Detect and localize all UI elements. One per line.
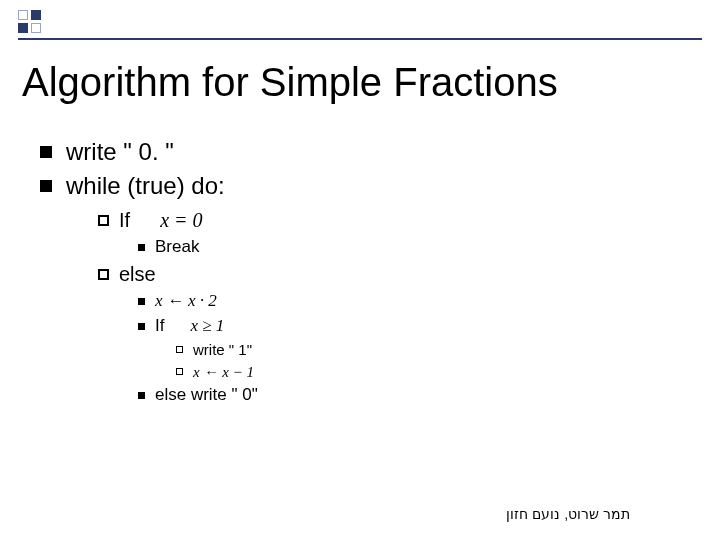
slide-body: write " 0. " while (true) do: If x = 0 B… xyxy=(40,136,690,409)
square-bullet-icon xyxy=(40,180,52,192)
footer-credits: תמר שרוט, נועם חזון xyxy=(506,506,630,522)
hollow-square-bullet-icon xyxy=(98,269,109,280)
slide-title: Algorithm for Simple Fractions xyxy=(22,60,558,105)
bullet-level1: write " 0. " xyxy=(40,136,690,168)
bullet-level1: while (true) do: xyxy=(40,170,690,202)
l2-text: else xyxy=(119,261,156,288)
corner-decoration xyxy=(18,10,41,33)
small-square-bullet-icon xyxy=(138,244,145,251)
hollow-small-square-bullet-icon xyxy=(176,346,183,353)
level2-group: If x = 0 Break else x ← x · 2 xyxy=(98,207,690,407)
hollow-square-bullet-icon xyxy=(98,215,109,226)
l3-text: If xyxy=(155,315,164,338)
bullet-level4: write " 1" xyxy=(176,340,690,360)
small-square-bullet-icon xyxy=(138,392,145,399)
l1-text: write " 0. " xyxy=(66,136,174,168)
l1-text: while (true) do: xyxy=(66,170,225,202)
level3-group: x ← x · 2 If x ≥ 1 write " 1" x ← x − xyxy=(138,290,690,407)
level4-group: write " 1" x ← x − 1 xyxy=(176,340,690,383)
l3-text: else write " 0" xyxy=(155,384,258,407)
deco-row xyxy=(18,10,41,20)
math-expr: x ≥ 1 xyxy=(190,315,224,338)
math-expr: x = 0 xyxy=(160,207,202,234)
small-square-bullet-icon xyxy=(138,323,145,330)
small-square-bullet-icon xyxy=(138,298,145,305)
bullet-level2: else xyxy=(98,261,690,288)
deco-square xyxy=(18,10,28,20)
bullet-level3: Break xyxy=(138,236,690,259)
bullet-level2: If x = 0 xyxy=(98,207,690,234)
slide: Algorithm for Simple Fractions write " 0… xyxy=(0,0,720,540)
deco-square xyxy=(31,23,41,33)
l4-text: write " 1" xyxy=(193,340,252,360)
level3-group: Break xyxy=(138,236,690,259)
l2-text: If xyxy=(119,207,130,234)
bullet-level3: x ← x · 2 xyxy=(138,290,690,313)
hollow-small-square-bullet-icon xyxy=(176,368,183,375)
horizontal-rule xyxy=(18,38,702,40)
math-expr: x ← x · 2 xyxy=(155,290,217,313)
deco-square xyxy=(31,10,41,20)
deco-row xyxy=(18,23,41,33)
l3-text: Break xyxy=(155,236,199,259)
math-expr: x ← x − 1 xyxy=(193,362,254,382)
bullet-level4: x ← x − 1 xyxy=(176,362,690,382)
square-bullet-icon xyxy=(40,146,52,158)
bullet-level3: else write " 0" xyxy=(138,384,690,407)
bullet-level3: If x ≥ 1 xyxy=(138,315,690,338)
deco-square xyxy=(18,23,28,33)
